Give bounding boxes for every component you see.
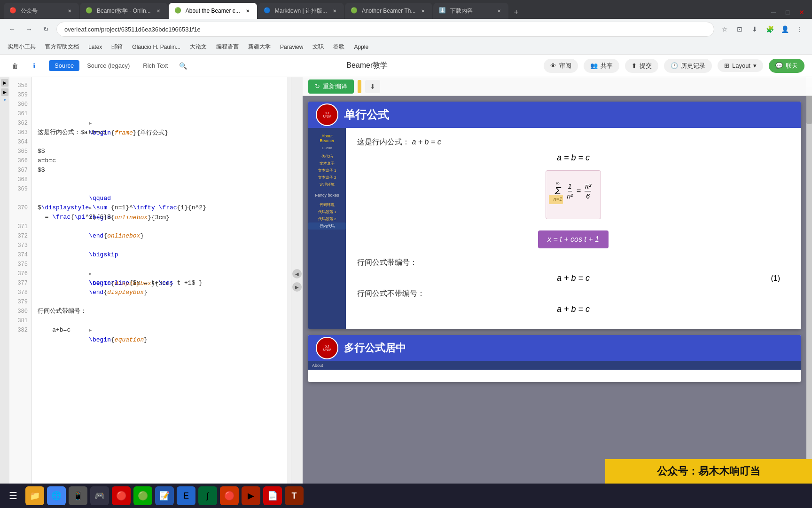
nav-about[interactable]: AboutBeamer — [308, 132, 346, 145]
chat-button[interactable]: 💬 联天 — [769, 59, 804, 73]
bookmark-wenzhi[interactable]: 文职 — [309, 42, 328, 52]
fold-icon-1[interactable]: ▶ — [1, 79, 8, 87]
recompile-button[interactable]: ↻ 重新编译 — [308, 79, 354, 94]
taskbar-pdf-icon[interactable]: 📄 — [263, 486, 282, 505]
fold-marker-381: ▶ — [89, 328, 94, 333]
taskbar-app2-icon[interactable]: ▶ — [242, 486, 260, 505]
back-button[interactable]: ← — [6, 23, 19, 36]
tab-close-2[interactable]: ✕ — [155, 7, 162, 15]
nav-pseudo-code[interactable]: 伪代码 — [308, 153, 346, 160]
warning-badge[interactable] — [358, 80, 361, 93]
bookmark-paraview[interactable]: Paraview — [276, 43, 307, 51]
bookmark-thesis[interactable]: 大论文 — [186, 42, 211, 52]
line-num-376: 376 — [9, 269, 31, 278]
editor-scrollbar[interactable] — [287, 77, 291, 484]
code-text-area[interactable]: ▶ \begin{frame}{单行公式} 这是行内公式：$a+b=c$ $$ … — [32, 77, 291, 484]
bookmark-programming[interactable]: 编程语言 — [212, 42, 242, 52]
slide-2-nav-label: About — [308, 361, 801, 370]
line-num-370b — [9, 213, 31, 222]
share-button[interactable]: 👥 共享 — [584, 59, 619, 73]
bookmark-help[interactable]: 官方帮助文档 — [41, 42, 83, 52]
trash-icon[interactable]: 🗑 — [8, 58, 23, 73]
bookmark-glaucio[interactable]: Glaucio H. Paulin... — [128, 43, 184, 51]
line-num-374: 374 — [9, 250, 31, 260]
layout-button[interactable]: ⊞ Layout ▾ — [718, 59, 763, 72]
new-tab-button[interactable]: + — [509, 6, 523, 19]
taskbar-files-icon[interactable]: 📁 — [25, 486, 44, 505]
forward-button[interactable]: → — [23, 23, 36, 36]
rich-text-tab[interactable]: Rich Text — [137, 60, 173, 71]
tab-about-beamer[interactable]: 🟢 About the Beamer c... ✕ — [169, 3, 257, 19]
toggle-right-button[interactable]: ▶ — [292, 282, 302, 292]
nav-code-seg-2[interactable]: 代码段落 2 — [308, 215, 346, 222]
bookmark-email[interactable]: 邮箱 — [108, 42, 126, 52]
bookmark-latex[interactable]: Latex — [85, 43, 106, 51]
bookmark-star-icon[interactable]: ☆ — [718, 23, 731, 36]
cast-icon[interactable]: ⊡ — [733, 23, 746, 36]
taskbar-red-icon[interactable]: 🔴 — [112, 486, 131, 505]
tab-beamer[interactable]: 🟢 Beamer教学 - Onlin... ✕ — [80, 3, 168, 19]
taskbar-dict-icon[interactable]: E — [177, 486, 195, 505]
review-button[interactable]: 👁 审阅 — [544, 59, 578, 73]
tab-close-4[interactable]: ✕ — [331, 7, 338, 15]
nav-theorem[interactable]: 定理环境 — [308, 181, 346, 188]
nav-code-seg-1[interactable]: 代码段落 1 — [308, 208, 346, 215]
fold-icon-2[interactable]: ▶ — [1, 88, 8, 96]
taskbar-menu-icon[interactable]: ☰ — [4, 486, 23, 505]
source-legacy-tab[interactable]: Source (legacy) — [81, 60, 135, 71]
taskbar-note-icon[interactable]: 📝 — [155, 486, 174, 505]
taskbar-mobile-icon[interactable]: 📱 — [69, 486, 87, 505]
taskbar-game-icon[interactable]: 🎮 — [90, 486, 109, 505]
taskbar-browser-icon[interactable]: 🌐 — [47, 486, 66, 505]
toggle-left-button[interactable]: ◀ — [292, 269, 302, 278]
tab-download[interactable]: ⬇️ 下载内容 ✕ — [433, 3, 508, 19]
tab-close-5[interactable]: ✕ — [419, 7, 427, 15]
displaybox-end: displaybox — [107, 289, 144, 296]
maximize-button[interactable]: □ — [781, 6, 794, 19]
nav-fancy-boxes[interactable]: Fancy boxes — [308, 191, 346, 199]
submit-button[interactable]: ⬆ 提交 — [625, 59, 658, 73]
profile-icon[interactable]: 👤 — [778, 23, 791, 36]
source-tab[interactable]: Source — [49, 60, 79, 71]
nav-code-env[interactable]: 代码环境 — [308, 201, 346, 208]
tab-markdown[interactable]: 🔵 Markdown | 让排版... ✕ — [258, 3, 344, 19]
tab-close-1[interactable]: ✕ — [66, 7, 73, 15]
nav-inline-code[interactable]: 行内代码 — [308, 222, 346, 230]
bookmark-tools[interactable]: 实用小工具 — [4, 42, 39, 52]
info-icon[interactable]: ℹ — [26, 58, 41, 73]
nav-text-box-1[interactable]: 文本盒子 1 — [308, 167, 346, 174]
line-numbers: 358 359 360 361 362 363 364 365 366 367 … — [9, 77, 32, 484]
line-num-381: 381 — [9, 316, 31, 325]
nav-euclid[interactable]: Euclid — [308, 145, 346, 151]
minimize-button[interactable]: ─ — [767, 6, 780, 19]
tab-gongzhonghao[interactable]: 🔴 公众号 ✕ — [4, 3, 79, 19]
layout-icon: ⊞ — [724, 62, 729, 69]
close-window-button[interactable]: ✕ — [795, 6, 808, 19]
line-num-380: 380 — [9, 307, 31, 316]
equation-env: equation — [115, 336, 144, 343]
nav-text-box-2[interactable]: 文本盒子 2 — [308, 174, 346, 181]
bookmark-google[interactable]: 谷歌 — [329, 42, 348, 52]
search-icon[interactable]: 🔍 — [175, 58, 190, 73]
slides-area[interactable]: XJUNIV 单行公式 AboutBeamer Euclid 伪代码 文本盒子 — [303, 96, 806, 484]
download-icon[interactable]: ⬇ — [748, 23, 761, 36]
taskbar-type-icon[interactable]: T — [285, 486, 304, 505]
bookmark-xinjiang[interactable]: 新疆大学 — [244, 42, 274, 52]
menu-icon[interactable]: ⋮ — [793, 23, 806, 36]
reload-button[interactable]: ↻ — [39, 23, 53, 36]
history-button[interactable]: 🕐 历史记录 — [664, 59, 712, 73]
taskbar-green-icon[interactable]: 🟢 — [133, 486, 152, 505]
nav-text-box[interactable]: 文本盒子 — [308, 160, 346, 167]
tab-close-3[interactable]: ✕ — [244, 7, 251, 15]
tab-close-6[interactable]: ✕ — [495, 7, 503, 15]
address-bar[interactable]: overleaf.com/project/63511d6ea36bdc19665… — [56, 22, 714, 37]
browser-window: 🔴 公众号 ✕ 🟢 Beamer教学 - Onlin... ✕ 🟢 About … — [0, 0, 812, 508]
taskbar-app1-icon[interactable]: 🔴 — [220, 486, 239, 505]
extensions-icon[interactable]: 🧩 — [763, 23, 776, 36]
tab-another-beamer[interactable]: 🟢 Another Beamer Th... ✕ — [345, 3, 433, 19]
toggle-column: ◀ ▶ — [291, 77, 303, 484]
download-pdf-button[interactable]: ⬇ — [365, 80, 380, 93]
preview-scrollbar[interactable] — [806, 77, 812, 484]
taskbar-math-icon[interactable]: ∫ — [198, 486, 217, 505]
bookmark-apple[interactable]: Apple — [350, 43, 372, 51]
